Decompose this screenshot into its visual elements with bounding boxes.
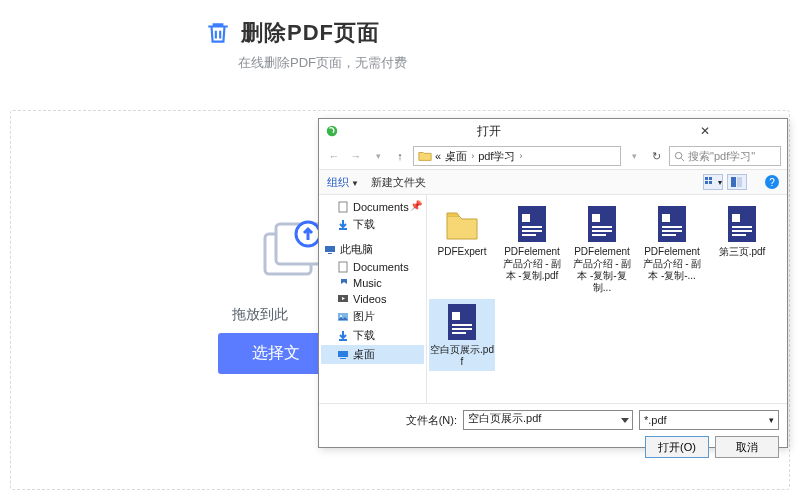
svg-rect-8 [705,181,708,184]
svg-rect-47 [452,328,472,330]
trash-icon [205,20,231,46]
svg-rect-7 [709,177,712,180]
svg-line-5 [681,158,684,161]
svg-rect-27 [522,230,542,232]
svg-rect-24 [518,206,546,242]
drop-text: 拖放到此 [232,306,288,324]
tree-item[interactable]: Music [321,275,424,291]
close-icon[interactable]: ✕ [629,124,781,138]
search-input[interactable]: 搜索"pdf学习" [669,146,781,166]
view-icons-button[interactable]: ▾ [703,174,723,190]
tree-item[interactable]: Documents [321,259,424,275]
svg-rect-25 [522,214,530,222]
svg-rect-31 [592,226,612,228]
help-icon[interactable]: ? [765,175,779,189]
file-list: PDFExpert PDFelement产品介绍 - 副本 -复制.pdf PD… [427,195,787,403]
svg-rect-14 [325,246,335,252]
svg-rect-33 [592,234,606,236]
new-folder-button[interactable]: 新建文件夹 [371,175,426,190]
back-icon[interactable]: ← [325,147,343,165]
open-button[interactable]: 打开(O) [645,436,709,458]
file-item-pdf[interactable]: PDFelement产品介绍 - 副本 -复制-... [639,201,705,297]
tree-item[interactable]: 下载 [321,215,424,234]
tree-item[interactable]: Videos [321,291,424,307]
tree-item-this-pc[interactable]: 此电脑 [321,240,424,259]
svg-rect-26 [522,226,542,228]
svg-rect-37 [662,230,682,232]
page-subtitle: 在线删除PDF页面，无需付费 [238,54,800,72]
svg-rect-43 [732,234,746,236]
svg-rect-15 [328,253,332,254]
svg-rect-36 [662,226,682,228]
svg-rect-46 [452,324,472,326]
ie-icon [325,124,477,138]
tree-item[interactable]: Documents [321,199,424,215]
svg-rect-40 [732,214,740,222]
chevron-down-icon[interactable]: ▾ [369,147,387,165]
svg-rect-22 [338,351,348,357]
folder-tree: 📌 Documents 下载 此电脑 Documents Music Video… [319,195,427,403]
forward-icon[interactable]: → [347,147,365,165]
chevron-down-icon[interactable]: ▾ [625,147,643,165]
svg-rect-42 [732,230,752,232]
svg-rect-10 [731,177,736,187]
refresh-icon[interactable]: ↻ [647,150,665,163]
svg-rect-39 [728,206,756,242]
file-item-pdf[interactable]: PDFelement产品介绍 - 副本 -复制.pdf [499,201,565,297]
page-title: 删除PDF页面 [241,18,380,48]
svg-rect-34 [658,206,686,242]
file-item-pdf-selected[interactable]: 空白页展示.pdf [429,299,495,371]
svg-rect-9 [709,181,712,184]
svg-rect-11 [737,177,742,187]
file-item-pdf[interactable]: 第三页.pdf [709,201,775,297]
dialog-title: 打开 [477,123,629,140]
svg-rect-16 [339,262,347,272]
filename-label: 文件名(N): [406,413,457,428]
filename-input[interactable]: 空白页展示.pdf [463,410,633,430]
pin-icon: 📌 [410,200,422,211]
svg-rect-30 [592,214,600,222]
svg-rect-23 [340,358,346,359]
open-file-dialog: 打开 ✕ ← → ▾ ↑ « 桌面 › pdf学习 › ▾ ↻ 搜索"pdf学习… [318,118,788,448]
svg-rect-48 [452,332,466,334]
file-item-folder[interactable]: PDFExpert [429,201,495,297]
svg-rect-29 [588,206,616,242]
svg-rect-35 [662,214,670,222]
filter-select[interactable]: *.pdf▾ [639,410,779,430]
svg-rect-6 [705,177,708,180]
file-item-pdf[interactable]: PDFelement产品介绍 - 副本 -复制-复制... [569,201,635,297]
svg-rect-12 [339,202,347,212]
svg-point-4 [675,152,681,158]
svg-rect-41 [732,226,752,228]
up-icon[interactable]: ↑ [391,147,409,165]
svg-rect-28 [522,234,536,236]
tree-item[interactable]: 图片 [321,307,424,326]
breadcrumb[interactable]: « 桌面 › pdf学习 › [413,146,621,166]
svg-point-20 [340,315,342,317]
tree-item[interactable]: 下载 [321,326,424,345]
svg-rect-45 [452,312,460,320]
svg-rect-32 [592,230,612,232]
choose-file-button[interactable]: 选择文 [218,333,334,374]
tree-item-desktop[interactable]: 桌面 [321,345,424,364]
organize-menu[interactable]: 组织▼ [327,175,359,190]
svg-rect-44 [448,304,476,340]
svg-rect-38 [662,234,676,236]
view-details-button[interactable] [727,174,747,190]
cancel-button[interactable]: 取消 [715,436,779,458]
